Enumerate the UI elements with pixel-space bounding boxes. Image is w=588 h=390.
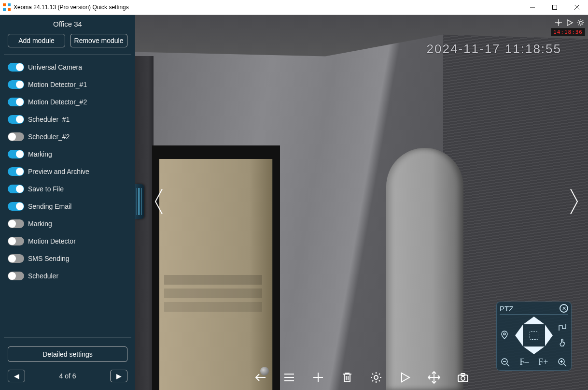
ptz-up-button[interactable] — [523, 317, 545, 324]
play-icon[interactable] — [565, 18, 574, 27]
move-icon[interactable] — [554, 18, 563, 27]
module-row[interactable]: Universal Camera — [5, 58, 130, 76]
module-label: Sending Email — [28, 202, 71, 210]
ptz-home-button[interactable] — [530, 331, 538, 340]
gear-icon[interactable] — [576, 18, 585, 27]
svg-marker-7 — [567, 20, 573, 26]
module-toggle[interactable] — [8, 63, 24, 72]
svg-point-30 — [461, 376, 465, 380]
camera-icon[interactable] — [457, 371, 469, 384]
app-icon — [3, 3, 11, 11]
module-row[interactable]: Marking — [5, 215, 130, 232]
page-indicator: 4 of 6 — [59, 372, 76, 380]
module-toggle[interactable] — [8, 185, 24, 193]
module-label: Motion Detector — [28, 237, 76, 245]
module-row[interactable]: Sending Email — [5, 198, 130, 215]
window-maximize-button[interactable] — [544, 0, 566, 14]
module-row[interactable]: Save to File — [5, 180, 130, 198]
module-label: Preview and Archive — [28, 168, 89, 175]
page-next-button[interactable]: ▶ — [110, 370, 127, 382]
ptz-left-button[interactable] — [515, 325, 523, 346]
ptz-touch-icon[interactable] — [558, 338, 568, 348]
quick-settings-sidebar: Office 34 Add module Remove module Unive… — [0, 15, 135, 390]
ptz-preset-pin-icon[interactable] — [500, 330, 510, 341]
module-toggle[interactable] — [8, 98, 24, 106]
ptz-direction-pad — [515, 317, 553, 354]
svg-point-25 — [374, 376, 378, 379]
svg-marker-26 — [402, 373, 409, 382]
gear-icon[interactable] — [370, 371, 382, 384]
module-label: Scheduler_#1 — [28, 116, 70, 123]
remove-module-button[interactable]: Remove module — [70, 34, 127, 47]
corner-time-display: 14:18:36 — [551, 28, 585, 36]
move-icon[interactable] — [428, 371, 440, 384]
module-label: SMS Sending — [28, 255, 70, 262]
scene-cabinet — [386, 148, 463, 390]
detailed-settings-button[interactable]: Detailed settings — [8, 347, 127, 362]
module-toggle[interactable] — [8, 132, 24, 141]
video-prev-button[interactable] — [154, 188, 164, 217]
module-label: Scheduler — [28, 272, 58, 280]
module-toggle[interactable] — [8, 219, 24, 228]
module-label: Universal Camera — [28, 63, 82, 71]
menu-icon[interactable] — [283, 371, 295, 384]
divider — [4, 54, 131, 55]
window-title: Xeoma 24.11.13 (Pro version) Quick setti… — [14, 4, 129, 11]
window-close-button[interactable] — [566, 0, 588, 14]
bottom-toolbar — [135, 365, 588, 390]
svg-point-8 — [579, 21, 582, 24]
scene-door — [159, 159, 273, 390]
module-toggle[interactable] — [8, 167, 24, 176]
page-prev-button[interactable]: ◀ — [8, 370, 25, 382]
module-row[interactable]: Preview and Archive — [5, 163, 130, 180]
module-row[interactable]: Motion Detector_#2 — [5, 93, 130, 111]
ptz-title: PTZ — [500, 304, 513, 313]
svg-rect-1 — [553, 5, 557, 10]
module-label: Marking — [28, 150, 52, 158]
ptz-right-button[interactable] — [545, 325, 553, 346]
module-row[interactable]: Motion Detector_#1 — [5, 76, 130, 93]
play-icon[interactable] — [399, 371, 411, 384]
module-label: Marking — [28, 220, 52, 228]
module-label: Motion Detector_#2 — [28, 98, 87, 106]
module-row[interactable]: Scheduler_#2 — [5, 128, 130, 145]
module-toggle[interactable] — [8, 272, 24, 280]
ptz-tour-icon[interactable] — [558, 322, 568, 333]
window-titlebar: Xeoma 24.11.13 (Pro version) Quick setti… — [0, 0, 588, 15]
window-minimize-button[interactable] — [521, 0, 544, 14]
back-arrow-icon[interactable] — [254, 371, 266, 384]
add-icon[interactable] — [312, 371, 324, 384]
module-label: Scheduler_#2 — [28, 133, 70, 141]
module-row[interactable]: Motion Detector — [5, 232, 130, 250]
ptz-panel: PTZ ✕ — [496, 302, 572, 371]
scene-pillar — [135, 56, 154, 390]
module-label: Motion Detector_#1 — [28, 81, 87, 88]
video-next-button[interactable] — [569, 188, 579, 217]
ptz-down-button[interactable] — [523, 347, 545, 354]
module-toggle[interactable] — [8, 237, 24, 246]
camera-title: Office 34 — [0, 20, 135, 28]
module-row[interactable]: SMS Sending — [5, 250, 130, 267]
trash-icon[interactable] — [341, 371, 353, 384]
add-module-button[interactable]: Add module — [8, 34, 65, 47]
module-list: Universal CameraMotion Detector_#1Motion… — [0, 58, 135, 336]
video-timestamp-overlay: 2024-11-17 11:18:55 — [427, 42, 561, 57]
svg-point-9 — [504, 333, 505, 335]
module-toggle[interactable] — [8, 202, 24, 211]
sidebar-collapse-handle[interactable] — [135, 184, 144, 219]
divider — [4, 337, 131, 338]
module-toggle[interactable] — [8, 150, 24, 159]
svg-point-6 — [558, 22, 559, 23]
ptz-close-button[interactable]: ✕ — [560, 304, 568, 313]
module-toggle[interactable] — [8, 115, 24, 124]
video-preview: 2024-11-17 11:18:55 14:18:36 PTZ ✕ — [135, 15, 588, 390]
module-row[interactable]: Scheduler — [5, 267, 130, 285]
module-toggle[interactable] — [8, 80, 24, 89]
module-row[interactable]: Marking — [5, 145, 130, 163]
module-label: Save to File — [28, 185, 64, 193]
module-row[interactable]: Scheduler_#1 — [5, 111, 130, 128]
module-toggle[interactable] — [8, 254, 24, 263]
